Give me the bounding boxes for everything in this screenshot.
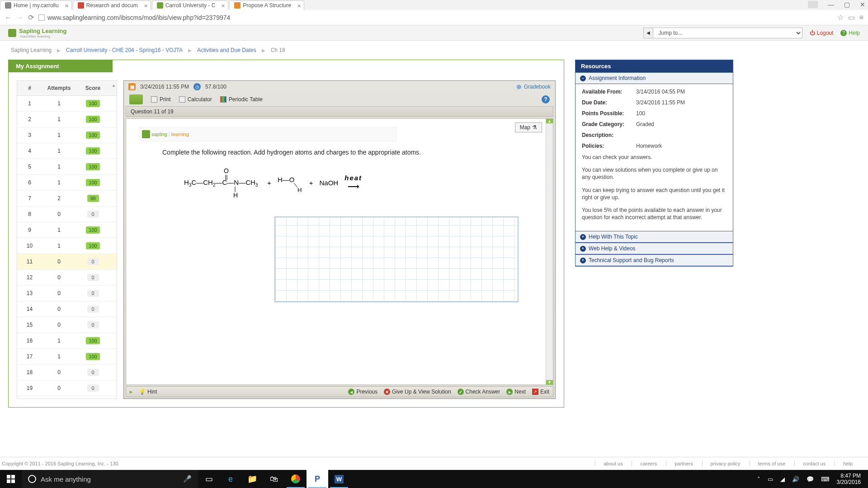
back-icon[interactable]: ← xyxy=(5,14,12,22)
volume-icon[interactable]: 🔊 xyxy=(792,476,799,483)
close-icon[interactable]: ✕ xyxy=(144,3,148,9)
wifi-icon[interactable]: ◢ xyxy=(780,476,785,483)
breadcrumb: Sapling Learning ▶ Carroll University - … xyxy=(0,41,868,60)
close-icon[interactable]: ✕ xyxy=(221,3,225,9)
browser-tab[interactable]: Propose A Structure✕ xyxy=(229,0,304,10)
jump-prev-icon[interactable]: ◀ xyxy=(643,28,653,38)
maximize-icon[interactable]: ▢ xyxy=(844,1,850,8)
check-button[interactable]: ✓Check Answer xyxy=(458,389,500,395)
help-link[interactable]: ?Help xyxy=(840,30,860,36)
browser-tab[interactable]: Carroll University - C✕ xyxy=(152,0,229,10)
browser-tab[interactable]: Research and docum✕ xyxy=(73,0,151,10)
footer-link[interactable]: terms of use xyxy=(750,461,786,466)
section-assignment-info[interactable]: –Assignment Information xyxy=(576,72,733,84)
question-row[interactable]: 1900 xyxy=(17,380,117,396)
question-toolbar: Print Calculator Periodic Table ? xyxy=(124,93,555,106)
jump-to[interactable]: ◀ Jump to... xyxy=(643,28,802,38)
help-icon[interactable]: ? xyxy=(542,95,550,103)
breadcrumb-activities[interactable]: Activities and Due Dates xyxy=(197,47,256,53)
start-button[interactable] xyxy=(0,470,22,488)
footer-link[interactable]: contact us xyxy=(794,461,826,466)
question-row[interactable]: 1300 xyxy=(17,286,117,301)
exit-icon: ↗ xyxy=(532,389,538,395)
gradebook-link[interactable]: ⊕Gradebook xyxy=(516,83,551,90)
minimize-icon[interactable]: — xyxy=(828,1,834,8)
question-pane: ▦ 3/24/2016 11:55 PM ◷ 57.8/100 ⊕Gradebo… xyxy=(123,80,556,399)
scroll-up-icon[interactable]: ▲ xyxy=(546,119,553,123)
breadcrumb-course[interactable]: Carroll University - CHE 204 - Spring16 … xyxy=(66,47,183,53)
section-help-topic[interactable]: +Help With This Topic xyxy=(576,231,733,243)
app-icon[interactable]: P xyxy=(307,470,328,488)
question-row[interactable]: 1200 xyxy=(17,270,117,286)
help-icon: ? xyxy=(840,30,847,36)
chevron-up-icon[interactable]: ˄ xyxy=(757,476,760,483)
task-view-icon[interactable]: ▭ xyxy=(198,470,220,488)
clock[interactable]: 8:47 PM3/20/2016 xyxy=(837,473,863,486)
chrome-icon[interactable] xyxy=(285,470,307,488)
question-row[interactable]: 91100 xyxy=(17,222,117,238)
map-button[interactable]: Map⚗ xyxy=(515,122,542,132)
section-web-help[interactable]: +Web Help & Videos xyxy=(576,243,733,254)
cortana-search[interactable]: Ask me anything🎤 xyxy=(22,470,198,488)
question-row[interactable]: 31100 xyxy=(17,127,117,143)
question-row[interactable]: 1400 xyxy=(17,301,117,317)
notifications-icon[interactable]: 💬 xyxy=(807,476,814,483)
value-policies: Homework xyxy=(636,143,662,149)
question-row[interactable]: 171100 xyxy=(17,349,117,365)
question-row[interactable]: 1800 xyxy=(17,365,117,380)
question-row[interactable]: 7298 xyxy=(17,191,117,206)
section-tech-support[interactable]: +Technical Support and Bug Reports xyxy=(576,254,733,266)
reload-icon[interactable]: ⟳ xyxy=(28,13,34,22)
store-icon[interactable]: 🛍 xyxy=(263,470,285,488)
question-row[interactable]: 51100 xyxy=(17,159,117,175)
footer-link[interactable]: about us xyxy=(595,461,623,466)
question-row[interactable]: 21100 xyxy=(17,112,117,127)
footer-link[interactable]: privacy policy xyxy=(702,461,741,466)
giveup-button[interactable]: ✕Give Up & View Solution xyxy=(384,389,451,395)
label-description: Description: xyxy=(582,132,636,138)
close-icon[interactable]: ✕ xyxy=(860,1,865,8)
scroll-down-icon[interactable]: ▼ xyxy=(546,380,553,385)
exit-button[interactable]: ↗Exit xyxy=(532,389,549,395)
mic-icon[interactable]: 🎤 xyxy=(183,475,192,483)
close-icon[interactable]: ✕ xyxy=(65,3,69,9)
scroll-up-icon[interactable]: ▴ xyxy=(113,83,115,88)
footer-link[interactable]: help xyxy=(835,461,853,466)
previous-button[interactable]: ◂Previous xyxy=(348,389,377,395)
bookmark-icon[interactable]: ☆ xyxy=(837,13,844,22)
drawing-canvas[interactable] xyxy=(274,216,519,302)
question-row[interactable]: 11100 xyxy=(17,96,117,112)
question-row[interactable]: 61100 xyxy=(17,175,117,191)
hint-button[interactable]: 💡Hint xyxy=(139,389,157,395)
question-row[interactable]: 161100 xyxy=(17,333,117,349)
browser-tab[interactable]: Home | my.carrollu✕ xyxy=(0,0,72,10)
footer-link[interactable]: careers xyxy=(632,461,657,466)
scrollbar[interactable]: ▲▼ xyxy=(546,119,553,385)
question-row[interactable]: 41100 xyxy=(17,143,117,159)
question-row[interactable]: 101100 xyxy=(17,238,117,254)
question-row[interactable]: 1500 xyxy=(17,317,117,333)
footer-link[interactable]: partners xyxy=(666,461,693,466)
device-icon[interactable]: ▭ xyxy=(848,13,855,22)
explorer-icon[interactable]: 📁 xyxy=(241,470,263,488)
logout-link[interactable]: ⏻Logout xyxy=(810,30,834,36)
periodic-table-button[interactable]: Periodic Table xyxy=(220,96,263,103)
edge-icon[interactable]: e xyxy=(220,470,241,488)
chevron-right-icon: ▶ xyxy=(262,48,265,53)
calculator-button[interactable]: Calculator xyxy=(179,96,212,103)
user-icon[interactable] xyxy=(808,1,818,8)
keyboard-icon[interactable]: ⌨ xyxy=(821,476,830,483)
url-bar[interactable]: www.saplinglearning.com/ibiscms/mod/ibis… xyxy=(38,14,833,21)
forward-icon[interactable]: → xyxy=(16,14,24,22)
close-icon[interactable]: ✕ xyxy=(297,3,301,9)
jump-select[interactable]: Jump to... xyxy=(653,28,802,38)
next-button[interactable]: ▸Next xyxy=(506,389,526,395)
question-row[interactable]: 1100 xyxy=(17,254,117,270)
question-row[interactable]: 800 xyxy=(17,206,117,222)
question-body: Map⚗ ▲▼ sapling|learning Complete the fo… xyxy=(126,118,553,385)
print-button[interactable]: Print xyxy=(151,96,171,103)
site-icon xyxy=(78,2,84,9)
menu-icon[interactable]: ≡ xyxy=(859,14,863,22)
word-icon[interactable]: W xyxy=(328,470,350,488)
battery-icon[interactable]: ▭ xyxy=(768,476,773,483)
